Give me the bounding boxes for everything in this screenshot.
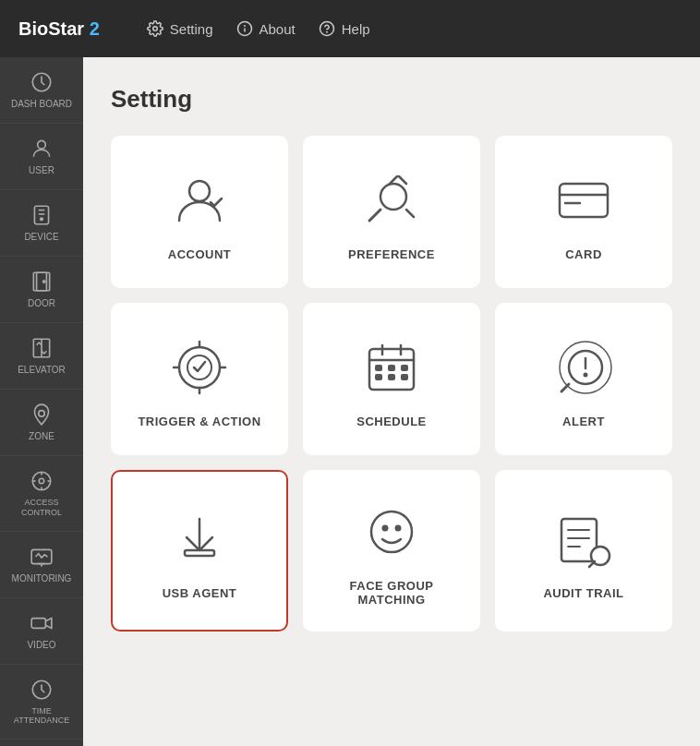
sidebar-item-zone[interactable]: ZONE — [0, 390, 83, 456]
card-preference-label: PREFERENCE — [348, 247, 435, 261]
usb-icon — [167, 507, 232, 572]
card-card-label: CARD — [565, 247, 602, 261]
svg-rect-48 — [389, 375, 394, 379]
nav-help-label: Help — [342, 21, 370, 37]
help-icon — [318, 19, 336, 38]
door-icon — [30, 270, 54, 294]
nav-about[interactable]: About — [235, 19, 296, 38]
svg-rect-31 — [560, 184, 608, 217]
sidebar-time-label: TIME ATTENDANCE — [5, 706, 78, 727]
schedule-icon — [359, 335, 424, 400]
trigger-icon — [167, 335, 232, 400]
page-title: Setting — [111, 85, 672, 114]
svg-point-11 — [41, 218, 43, 221]
sidebar-item-user[interactable]: USER — [0, 124, 83, 190]
svg-rect-55 — [185, 550, 214, 556]
sidebar-item-video[interactable]: VIDEO — [0, 598, 83, 665]
svg-rect-45 — [389, 366, 394, 370]
sidebar-item-time-attendance[interactable]: TIME ATTENDANCE — [0, 665, 83, 740]
sidebar-monitoring-label: MONITORING — [12, 573, 72, 584]
card-trigger-action[interactable]: TRIGGER & ACTION — [111, 303, 288, 455]
account-icon — [167, 168, 232, 233]
device-icon — [30, 203, 54, 227]
svg-point-7 — [38, 140, 46, 149]
sidebar-item-monitoring[interactable]: MONITORING — [0, 532, 83, 598]
sidebar-access-label: ACCESS CONTROL — [5, 498, 78, 518]
sidebar-item-door[interactable]: DOOR — [0, 257, 83, 323]
user-icon — [30, 137, 54, 161]
card-audit-label: AUDIT TRAIL — [543, 586, 623, 600]
sidebar: DASH BOARD USER DEVICE DOO — [0, 57, 83, 746]
card-face-label: FACE GROUP MATCHING — [319, 579, 465, 607]
sidebar-device-label: DEVICE — [24, 232, 58, 243]
svg-rect-49 — [402, 375, 407, 379]
nav-setting[interactable]: Setting — [146, 19, 213, 38]
card-face-group[interactable]: FACE GROUP MATCHING — [303, 470, 480, 632]
time-icon — [30, 678, 54, 702]
audit-icon — [551, 507, 616, 572]
svg-rect-47 — [376, 375, 381, 379]
card-audit-trail[interactable]: AUDIT TRAIL — [495, 470, 672, 632]
access-control-icon — [30, 469, 54, 493]
nav-about-label: About — [259, 21, 296, 37]
svg-point-58 — [383, 526, 388, 531]
svg-point-57 — [371, 511, 412, 552]
sidebar-user-label: USER — [29, 165, 54, 176]
svg-point-14 — [43, 281, 45, 283]
svg-point-59 — [396, 526, 401, 531]
layout: DASH BOARD USER DEVICE DOO — [0, 57, 700, 746]
svg-point-17 — [39, 411, 45, 417]
svg-point-0 — [153, 27, 158, 31]
gear-icon — [146, 19, 164, 38]
card-usb-agent[interactable]: USB AGENT — [111, 470, 288, 632]
card-icon — [551, 168, 616, 233]
card-schedule[interactable]: SCHEDULE — [303, 303, 480, 455]
top-nav: BioStar 2 Setting About — [0, 0, 700, 57]
card-alert-label: ALERT — [562, 415, 605, 428]
zone-icon — [30, 403, 54, 427]
sidebar-zone-label: ZONE — [29, 431, 54, 442]
svg-rect-44 — [376, 366, 381, 370]
sidebar-door-label: DOOR — [28, 298, 55, 309]
sidebar-item-device[interactable]: DEVICE — [0, 190, 83, 257]
main-content: Setting ACCOUNT — [83, 57, 700, 746]
card-alert[interactable]: ALERT — [495, 303, 672, 455]
monitoring-icon — [30, 545, 54, 569]
brand-logo: BioStar 2 — [18, 18, 100, 40]
card-account[interactable]: ACCOUNT — [111, 136, 288, 288]
svg-point-23 — [39, 478, 43, 483]
svg-point-29 — [189, 181, 210, 201]
nav-help[interactable]: Help — [318, 19, 370, 38]
sidebar-item-access-control[interactable]: ACCESS CONTROL — [0, 456, 83, 532]
sidebar-dashboard-label: DASH BOARD — [11, 99, 72, 110]
svg-line-53 — [561, 384, 569, 391]
svg-rect-8 — [34, 206, 48, 224]
svg-rect-46 — [402, 366, 407, 370]
video-icon — [30, 611, 54, 635]
dashboard-icon — [30, 70, 54, 94]
card-trigger-label: TRIGGER & ACTION — [138, 415, 260, 428]
card-schedule-label: SCHEDULE — [356, 415, 427, 428]
card-preference[interactable]: PREFERENCE — [303, 136, 480, 288]
sidebar-item-elevator[interactable]: ELEVATOR — [0, 323, 83, 390]
sidebar-video-label: VIDEO — [27, 640, 55, 651]
sidebar-elevator-label: ELEVATOR — [18, 365, 66, 376]
info-icon — [235, 19, 254, 38]
elevator-icon — [30, 336, 54, 360]
sidebar-item-dashboard[interactable]: DASH BOARD — [0, 57, 83, 124]
nav-setting-label: Setting — [170, 21, 213, 37]
svg-point-30 — [380, 184, 406, 210]
card-account-label: ACCOUNT — [168, 247, 232, 261]
settings-grid: ACCOUNT PREFERENCE — [111, 136, 672, 632]
svg-point-51 — [585, 373, 587, 376]
card-card[interactable]: CARD — [495, 136, 672, 288]
face-icon — [359, 499, 424, 564]
card-usb-label: USB AGENT — [163, 586, 237, 600]
preference-icon — [359, 168, 424, 233]
nav-items: Setting About Help — [146, 19, 370, 38]
alert-icon — [551, 335, 616, 400]
svg-rect-27 — [31, 618, 45, 628]
